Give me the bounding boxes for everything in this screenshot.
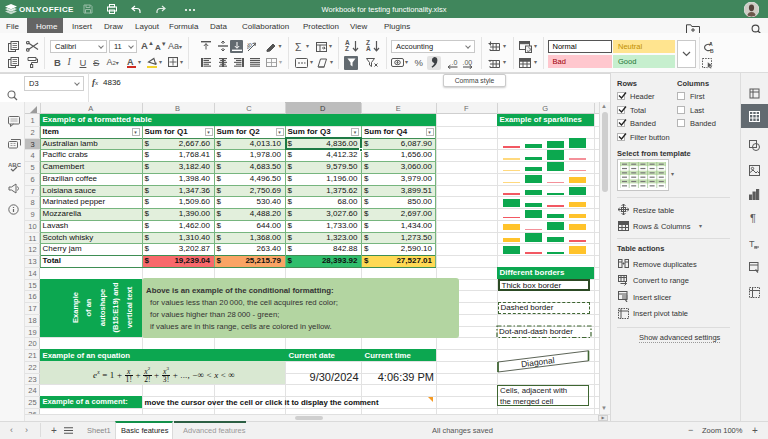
svg-text:.00: .00: [463, 58, 473, 65]
svg-text:¶: ¶: [750, 212, 756, 224]
svg-text:A: A: [709, 42, 713, 47]
svg-text:Diagonal: Diagonal: [520, 355, 555, 369]
svg-text:ABC: ABC: [8, 162, 21, 168]
svg-text:.0: .0: [452, 58, 458, 65]
svg-text:B: B: [710, 47, 714, 53]
